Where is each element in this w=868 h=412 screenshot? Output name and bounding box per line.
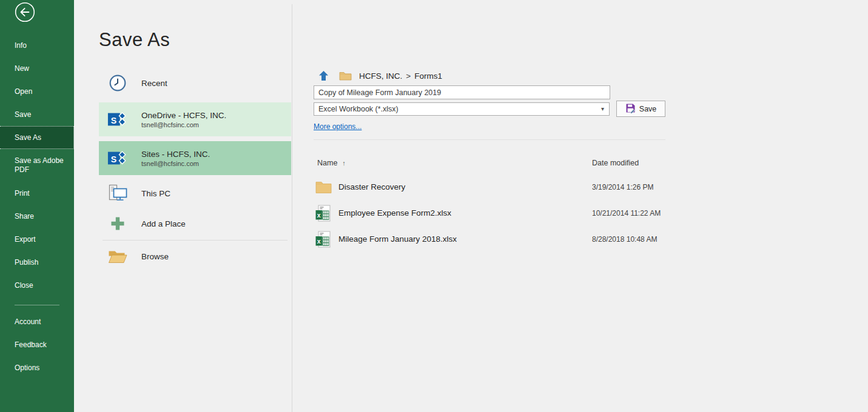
sidebar-item-label: Feedback: [15, 341, 47, 350]
breadcrumb-current[interactable]: Forms1: [414, 71, 442, 81]
file-date-modified: 8/28/2018 10:48 AM: [592, 235, 657, 244]
sidebar-item-label: Info: [15, 41, 27, 50]
place-label: Sites - HCFS, INC.: [141, 150, 210, 159]
file-row-employee-expense-form2[interactable]: x Employee Expense Form2.xlsx 10/21/2014…: [314, 200, 665, 226]
file-name: Disaster Recovery: [338, 182, 405, 191]
filetype-value: Excel Workbook (*.xlsx): [318, 105, 399, 113]
place-sites-selected[interactable]: S Sites - HCFS, INC. tsnell@hcfsinc.com: [99, 141, 291, 175]
save-button[interactable]: Save: [616, 101, 665, 117]
sidebar-item-print[interactable]: Print: [0, 182, 74, 205]
file-name: Employee Expense Form2.xlsx: [338, 208, 451, 218]
more-options-link[interactable]: More options...: [314, 122, 362, 131]
filename-input[interactable]: [314, 85, 610, 99]
folder-open-icon: [107, 248, 128, 264]
plus-icon: [107, 216, 128, 231]
sidebar-item-label: Options: [15, 364, 39, 373]
file-row-disaster-recovery[interactable]: Disaster Recovery 3/19/2014 1:26 PM: [314, 174, 665, 200]
section-divider: [314, 139, 665, 140]
breadcrumb-row: HCFS, INC.>Forms1: [314, 69, 665, 82]
sidebar-item-label: Save: [15, 110, 31, 119]
sidebar-item-export[interactable]: Export: [0, 228, 74, 251]
page-title: Save As: [99, 29, 170, 51]
place-browse[interactable]: Browse: [99, 243, 291, 270]
sort-ascending-icon: ↑: [342, 159, 346, 167]
sharepoint-icon: S: [107, 110, 128, 129]
sidebar-item-label: Open: [15, 87, 32, 96]
breadcrumb-root[interactable]: HCFS, INC.: [359, 71, 402, 81]
up-one-level-icon[interactable]: [318, 70, 329, 81]
svg-text:S: S: [111, 116, 116, 125]
sidebar-divider: [15, 305, 59, 305]
filetype-select[interactable]: Excel Workbook (*.xlsx) ▾: [314, 102, 610, 116]
name-column-header[interactable]: Name↑: [317, 159, 346, 167]
sidebar-item-share[interactable]: Share: [0, 205, 74, 228]
sidebar-nav: Info New Open Save Save As Save as Adobe…: [0, 34, 74, 379]
excel-file-icon: x: [315, 205, 332, 222]
place-onedrive[interactable]: S OneDrive - HCFS, INC. tsnell@hcfsinc.c…: [99, 102, 291, 136]
place-label: Browse: [141, 252, 169, 261]
svg-text:x: x: [317, 211, 321, 219]
sidebar-item-new[interactable]: New: [0, 57, 74, 80]
sidebar-item-save[interactable]: Save: [0, 103, 74, 126]
sidebar-item-save-as-adobe-pdf[interactable]: Save as Adobe PDF: [0, 149, 74, 182]
place-label: Recent: [141, 79, 167, 88]
places-list: Recent S OneDrive - HCFS, INC. tsnell@hc…: [99, 71, 291, 270]
sidebar-item-label: New: [15, 64, 29, 73]
place-label: This PC: [141, 189, 170, 198]
save-disk-icon: [625, 103, 636, 115]
sidebar-item-label: Save As: [15, 133, 41, 142]
sidebar-item-info[interactable]: Info: [0, 34, 74, 57]
chevron-down-icon: ▾: [601, 103, 604, 115]
breadcrumb-separator: >: [406, 71, 411, 81]
sidebar-item-label: Export: [15, 235, 36, 244]
date-modified-column-header[interactable]: Date modified: [592, 159, 639, 167]
place-this-pc[interactable]: This PC: [99, 180, 291, 207]
folder-icon: [315, 181, 332, 194]
svg-text:x: x: [317, 238, 321, 245]
place-label: Add a Place: [141, 219, 186, 228]
sidebar-item-publish[interactable]: Publish: [0, 251, 74, 274]
sidebar-item-label: Publish: [15, 258, 38, 267]
place-add-a-place[interactable]: Add a Place: [99, 210, 291, 237]
sidebar-item-options[interactable]: Options: [0, 356, 74, 379]
sidebar-item-feedback[interactable]: Feedback: [0, 333, 74, 356]
back-button[interactable]: [15, 2, 35, 22]
sidebar-item-label: Close: [15, 281, 33, 290]
clock-icon: [107, 74, 128, 92]
file-list-header: Name↑ Date modified: [314, 159, 665, 168]
file-date-modified: 3/19/2014 1:26 PM: [592, 183, 653, 191]
places-divider: [103, 240, 288, 241]
sidebar-item-label: Share: [15, 212, 34, 221]
save-button-label: Save: [639, 105, 657, 113]
sidebar-item-label: Save as Adobe PDF: [15, 156, 64, 174]
breadcrumb: HCFS, INC.>Forms1: [359, 71, 442, 81]
backstage-sidebar: Info New Open Save Save As Save as Adobe…: [0, 0, 74, 412]
sidebar-item-close[interactable]: Close: [0, 274, 74, 297]
sidebar-item-save-as[interactable]: Save As: [0, 126, 74, 149]
place-recent[interactable]: Recent: [99, 71, 291, 95]
sidebar-item-label: Print: [15, 189, 30, 198]
name-header-label: Name: [317, 159, 337, 167]
excel-file-icon: x: [315, 231, 332, 248]
back-arrow-icon: [15, 14, 35, 24]
file-name: Mileage Form January 2018.xlsx: [338, 234, 457, 244]
file-list: Disaster Recovery 3/19/2014 1:26 PM x Em…: [314, 174, 665, 252]
place-email: tsnell@hcfsinc.com: [141, 121, 226, 128]
sidebar-item-label: Account: [15, 317, 41, 327]
filetype-row: Excel Workbook (*.xlsx) ▾ Save: [314, 102, 665, 117]
svg-text:S: S: [111, 154, 116, 164]
place-email: tsnell@hcfsinc.com: [141, 160, 210, 167]
place-label: OneDrive - HCFS, INC.: [141, 111, 226, 120]
backstage-main: Save As Recent S OneDrive: [74, 0, 868, 412]
file-row-mileage-form-january-2018[interactable]: x Mileage Form January 2018.xlsx 8/28/20…: [314, 226, 665, 252]
file-date-modified: 10/21/2014 11:22 AM: [592, 209, 661, 218]
folder-icon: [339, 71, 352, 81]
computer-icon: [107, 184, 128, 202]
sidebar-item-account[interactable]: Account: [0, 310, 74, 333]
sidebar-item-open[interactable]: Open: [0, 80, 74, 103]
save-panel: HCFS, INC.>Forms1 Excel Workbook (*.xlsx…: [314, 69, 665, 252]
panel-divider: [292, 4, 292, 412]
sharepoint-icon: S: [107, 148, 128, 168]
